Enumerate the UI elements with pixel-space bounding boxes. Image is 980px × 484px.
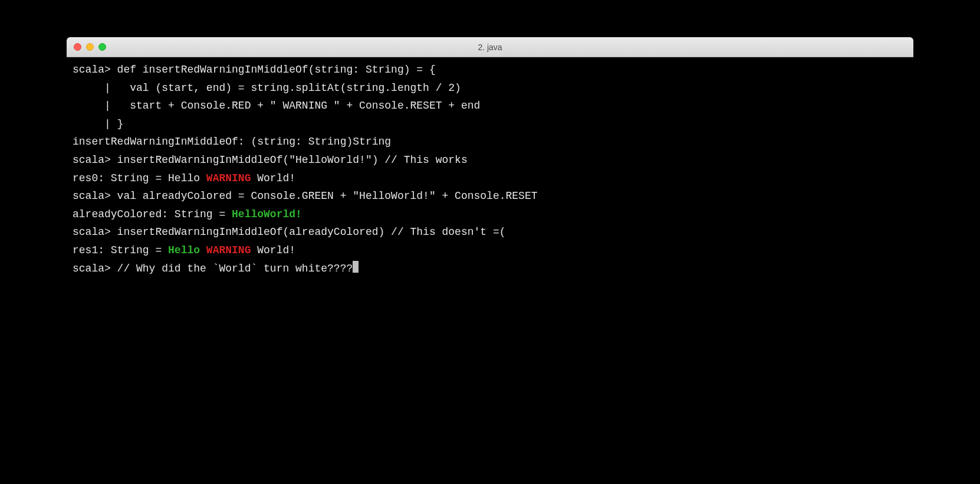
red-warning-text: WARNING [206, 172, 251, 184]
terminal-line: alreadyColored: String = HelloWorld! [73, 205, 907, 224]
terminal-line: scala> insertRedWarningInMiddleOf("Hello… [73, 151, 907, 169]
output-text: World! [251, 172, 295, 184]
traffic-lights [67, 43, 106, 51]
minimize-icon[interactable] [86, 43, 94, 51]
terminal-line: | } [73, 115, 907, 133]
terminal-line: res0: String = Hello WARNING World! [73, 169, 907, 188]
terminal-line: insertRedWarningInMiddleOf: (string: Str… [73, 133, 907, 151]
output-text: alreadyColored: String = [73, 208, 232, 220]
close-icon[interactable] [74, 43, 81, 51]
terminal-line: scala> val alreadyColored = Console.GREE… [73, 187, 907, 205]
titlebar[interactable]: 2. java [67, 37, 913, 57]
output-text: World! [251, 244, 295, 256]
maximize-icon[interactable] [98, 43, 106, 51]
terminal-line: res1: String = Hello WARNING World! [73, 241, 907, 260]
terminal-line: | val (start, end) = string.splitAt(stri… [73, 79, 907, 97]
terminal-line: scala> // Why did the `World` turn white… [73, 260, 907, 278]
terminal-body[interactable]: scala> def insertRedWarningInMiddleOf(st… [67, 57, 913, 301]
red-warning-text: WARNING [206, 244, 251, 256]
output-text: res0: String = Hello [73, 172, 206, 184]
output-text: res1: String = [73, 244, 168, 256]
green-text: HelloWorld! [232, 208, 302, 220]
terminal-line: scala> insertRedWarningInMiddleOf(alread… [73, 223, 907, 241]
green-text: Hello [168, 244, 206, 256]
terminal-line: scala> def insertRedWarningInMiddleOf(st… [73, 61, 907, 79]
terminal-window: 2. java scala> def insertRedWarningInMid… [67, 37, 913, 301]
cursor-icon [353, 261, 359, 273]
output-text: scala> // Why did the `World` turn white… [73, 263, 353, 274]
window-title: 2. java [67, 42, 913, 52]
terminal-line: | start + Console.RED + " WARNING " + Co… [73, 97, 907, 115]
